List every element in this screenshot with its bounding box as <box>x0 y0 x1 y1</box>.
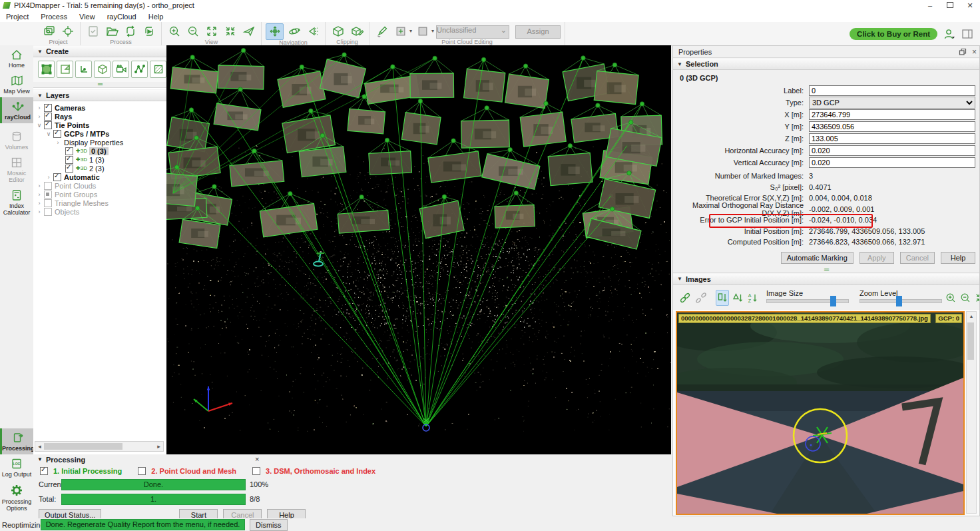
slider-thumb[interactable] <box>896 296 902 306</box>
close-panel-icon[interactable]: × <box>972 47 977 57</box>
scrollbar-thumb[interactable] <box>44 443 122 450</box>
focus-selection-button[interactable] <box>240 23 257 39</box>
scroll-right-icon[interactable]: ▸ <box>154 443 163 450</box>
minimize-button[interactable]: – <box>920 0 940 11</box>
rail-item-home[interactable]: Home <box>0 45 33 71</box>
selection-section-header[interactable]: ▼Selection <box>673 58 979 70</box>
rail-item-map-view[interactable]: Map View <box>0 71 33 97</box>
layer-row-rays[interactable]: ›Rays <box>33 112 166 121</box>
layers-section-header[interactable]: ▼Layers <box>33 89 166 101</box>
automatic-marking-button[interactable]: Automatic Marking <box>781 252 854 264</box>
user-account-icon[interactable] <box>943 28 956 40</box>
properties-images-splitter[interactable]: ═ <box>673 267 979 273</box>
layer-row-cameras[interactable]: ›Cameras <box>33 103 166 112</box>
apply-button[interactable]: Apply <box>859 252 894 264</box>
images-vertical-scrollbar[interactable]: ▴ <box>966 311 977 514</box>
z-input[interactable] <box>809 133 975 144</box>
new-surface-button[interactable] <box>38 61 55 78</box>
rail-item-processing[interactable]: Processing <box>0 428 33 454</box>
menu-project[interactable]: Project <box>0 13 35 21</box>
rail-item-mosaic-editor[interactable]: Mosaic Editor <box>0 153 33 186</box>
layer-row-automatic[interactable]: ›Automatic <box>33 173 166 181</box>
edit-point-cloud-button[interactable] <box>373 23 390 39</box>
cancel-button[interactable]: Cancel <box>900 252 935 264</box>
menu-help[interactable]: Help <box>142 13 170 21</box>
layer-row-objects[interactable]: ›Objects <box>33 207 166 216</box>
gcp-mtp-manager-button[interactable] <box>59 23 76 39</box>
images-zoom-in-button[interactable] <box>945 290 957 305</box>
new-orthoplane-button[interactable] <box>57 61 73 78</box>
step1-checkbox[interactable]: 1. Initial Processing <box>39 467 122 475</box>
image-size-slider[interactable] <box>766 299 849 303</box>
menu-process[interactable]: Process <box>35 13 73 21</box>
zoom-selection-button[interactable] <box>222 23 238 39</box>
rail-item-log-output[interactable]: LOG Log Output <box>0 454 33 480</box>
close-processing-icon[interactable]: × <box>255 455 259 463</box>
layer-row-tie-points[interactable]: ∨Tie Points <box>33 121 166 129</box>
new-origin-button[interactable] <box>75 61 92 78</box>
slider-thumb[interactable] <box>830 296 836 306</box>
new-area-button[interactable] <box>150 61 166 78</box>
sort-by-angle-button[interactable] <box>732 290 744 305</box>
create-section-header[interactable]: ▼Create <box>33 45 166 57</box>
layer-row-point-groups[interactable]: ›Point Groups <box>33 190 166 199</box>
layer-row-gcp-0[interactable]: ✚3D0 (3) <box>33 147 166 155</box>
layer-row-display-properties[interactable]: ›Display Properties <box>33 138 166 147</box>
image-thumbnail[interactable]: 000000000000000003287280001000028_141493… <box>676 311 965 515</box>
link-images-button[interactable] <box>678 290 692 305</box>
buy-or-rent-button[interactable]: Click to Buy or Rent <box>850 28 937 40</box>
zoom-level-slider[interactable] <box>859 299 942 303</box>
camera-view-mode-button[interactable] <box>304 24 321 39</box>
unlink-images-button[interactable] <box>694 290 708 305</box>
layer-row-gcp-2[interactable]: ✚3D2 (3) <box>33 164 166 173</box>
type-select[interactable]: 3D GCP <box>809 97 975 109</box>
panel-layout-icon[interactable] <box>961 29 973 39</box>
horizontal-accuracy-input[interactable] <box>809 145 975 156</box>
sort-alphabetical-button[interactable]: AZ <box>746 290 758 305</box>
dropdown-caret-icon[interactable]: ▾ <box>409 28 412 34</box>
close-button[interactable]: ✕ <box>960 0 980 11</box>
orbit-mode-button[interactable] <box>286 24 302 39</box>
images-section-header[interactable]: ▼Images <box>673 273 979 285</box>
layers-horizontal-scrollbar[interactable]: ◂▸ <box>35 441 164 452</box>
new-animation-trajectory-button[interactable] <box>113 61 129 78</box>
menu-view[interactable]: View <box>73 13 101 21</box>
images-zoom-out-button[interactable] <box>959 290 971 305</box>
zoom-out-button[interactable] <box>184 23 201 39</box>
rail-item-raycloud[interactable]: rayCloud <box>0 97 33 123</box>
sort-by-marks-button[interactable] <box>716 290 729 306</box>
help-button[interactable]: Help <box>941 252 975 264</box>
dropdown-caret-icon[interactable]: ▾ <box>431 28 434 34</box>
new-polyline-button[interactable] <box>131 61 148 78</box>
scroll-up-icon[interactable]: ▴ <box>967 312 976 321</box>
selection-clear-dropdown[interactable] <box>414 23 431 39</box>
viewport-3d[interactable] <box>166 45 671 454</box>
rail-item-index-calculator[interactable]: Index Calculator <box>0 186 33 219</box>
x-input[interactable] <box>809 109 975 120</box>
step2-checkbox[interactable]: 2. Point Cloud and Mesh <box>136 467 236 475</box>
open-results-folder-button[interactable] <box>103 23 120 39</box>
edit-clipping-box-button[interactable] <box>348 23 365 39</box>
maximize-button[interactable] <box>940 0 960 11</box>
layer-row-gcp-1[interactable]: ✚3D1 (3) <box>33 155 166 164</box>
label-input[interactable] <box>809 85 975 96</box>
y-input[interactable] <box>809 121 975 132</box>
classification-select[interactable]: Unclassified ⌄ <box>436 25 509 39</box>
scrollbar-thumb[interactable] <box>967 322 974 360</box>
step3-checkbox[interactable]: 3. DSM, Orthomosaic and Index <box>251 467 375 475</box>
clipping-box-button[interactable] <box>330 23 346 39</box>
vertical-accuracy-input[interactable] <box>809 157 975 168</box>
reprocess-button[interactable] <box>122 23 138 39</box>
pan-mode-button[interactable] <box>266 23 284 40</box>
dismiss-button[interactable]: Dismiss <box>250 519 288 531</box>
rerun-step-button[interactable] <box>140 23 157 39</box>
layer-row-point-clouds[interactable]: ›Point Clouds <box>33 181 166 190</box>
new-volume-button[interactable] <box>94 61 111 78</box>
rail-item-processing-options[interactable]: Processing Options <box>0 480 33 514</box>
layer-row-gcps-mtps[interactable]: ∨GCPs / MTPs <box>33 129 166 138</box>
rail-item-volumes[interactable]: Volumes <box>0 127 33 153</box>
scroll-left-icon[interactable]: ◂ <box>35 443 44 450</box>
menu-raycloud[interactable]: rayCloud <box>101 13 142 21</box>
panel-splitter[interactable]: ═ <box>33 82 166 88</box>
image-properties-button[interactable] <box>41 23 57 39</box>
